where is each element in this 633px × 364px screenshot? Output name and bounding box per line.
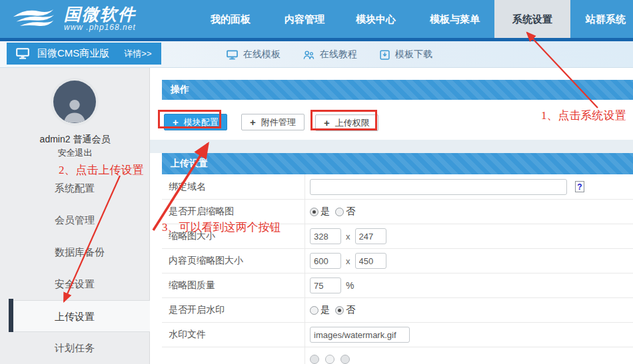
plus-icon — [173, 116, 179, 128]
content-thumb-width-input[interactable] — [310, 253, 341, 269]
size-separator: x — [346, 256, 350, 266]
thumb-quality-input[interactable] — [310, 277, 341, 293]
download-box-icon — [380, 50, 390, 60]
form-row-watermark-enable: 是否开启水印 是 否 — [162, 297, 633, 322]
nav-module-center[interactable]: 模块中心 — [352, 0, 399, 38]
sidebar-item-db-backup[interactable]: 数据库备份 — [0, 236, 150, 268]
logo: 国微软件 www .php168.net — [12, 5, 136, 32]
percent-suffix: % — [346, 280, 354, 291]
attachment-manage-button[interactable]: 附件管理 — [241, 114, 305, 130]
form-row-domain: 绑定域名 — [162, 174, 633, 199]
user-avatar-icon — [60, 95, 89, 123]
radio-no[interactable] — [335, 208, 344, 216]
plus-icon — [324, 117, 330, 128]
radio-no[interactable] — [335, 306, 344, 315]
watermark-file-input[interactable] — [310, 327, 410, 343]
panel-gap-band — [150, 140, 633, 153]
radio-option-3[interactable] — [340, 355, 350, 364]
sidebar: admin2 普通会员 安全退出 系统配置 会员管理 数据库备份 安全设置 上传… — [0, 68, 150, 364]
annotation-step2: 2、点击上传设置 — [59, 162, 144, 178]
thumb-height-input[interactable] — [355, 228, 386, 244]
top-navbar: 国微软件 www .php168.net 我的面板 内容管理 模块中心 模板与菜… — [0, 0, 633, 38]
radio-option-1[interactable] — [310, 355, 319, 364]
annotation-step3: 3、可以看到这两个按钮 — [162, 220, 281, 235]
upload-permission-button[interactable]: 上传权限 — [315, 114, 378, 131]
active-item-marker — [9, 299, 13, 332]
radio-yes[interactable] — [310, 208, 318, 216]
help-icon[interactable] — [575, 181, 584, 192]
sidebar-item-member-manage[interactable]: 会员管理 — [0, 204, 150, 236]
monitor-icon — [227, 50, 238, 60]
logo-wave-icon — [12, 7, 56, 30]
row-label: 是否开启水印 — [162, 298, 305, 322]
upload-panel-header: 上传设置 — [162, 153, 633, 174]
row-label: 绑定域名 — [162, 174, 305, 199]
logo-title: 国微软件 — [64, 5, 136, 23]
plus-icon — [250, 116, 256, 128]
form-row-cutoff — [162, 347, 633, 364]
content-thumb-height-input[interactable] — [355, 253, 386, 269]
secondary-toolbar: 国微CMS商业版 详情>> 在线模板 在线教程 — [0, 41, 633, 68]
module-config-label: 模块配置 — [184, 116, 219, 128]
annotation-step1: 1、点击系统设置 — [541, 108, 626, 123]
logout-link[interactable]: 安全退出 — [0, 147, 150, 159]
nav-site-group[interactable]: 站群系统 — [582, 0, 629, 38]
thumb-width-input[interactable] — [310, 228, 341, 244]
nav-system-settings[interactable]: 系统设置 — [494, 0, 570, 38]
online-tutorial-label: 在线教程 — [320, 49, 357, 61]
ops-panel-header: 操作 — [162, 80, 633, 100]
username-text: admin2 普通会员 — [0, 134, 150, 146]
nav-template-menu[interactable]: 模板与菜单 — [426, 0, 484, 38]
tutorial-people-icon — [303, 50, 315, 60]
sidebar-item-security[interactable]: 安全设置 — [0, 268, 150, 300]
attachment-manage-label: 附件管理 — [261, 116, 296, 128]
detail-link[interactable]: 详情>> — [124, 48, 151, 60]
monitor-icon — [16, 48, 29, 59]
template-download-link[interactable]: 模板下载 — [380, 49, 432, 61]
subbar-links: 在线模板 在线教程 模板下载 — [227, 41, 432, 68]
radio-yes-label: 是 — [320, 304, 330, 316]
product-chip[interactable]: 国微CMS商业版 详情>> — [7, 43, 161, 65]
sidebar-menu: 系统配置 会员管理 数据库备份 安全设置 上传设置 计划任务 — [0, 172, 150, 364]
sidebar-item-cron-tasks[interactable]: 计划任务 — [0, 332, 150, 364]
radio-yes-label: 是 — [320, 206, 330, 218]
user-avatar[interactable] — [53, 81, 96, 123]
upload-settings-form: 绑定域名 是否开启缩略图 是 否 缩略图大小 x 内容页缩略图大 — [162, 174, 633, 364]
form-row-watermark-file: 水印文件 — [162, 322, 633, 347]
row-label: 缩略图质量 — [162, 273, 305, 297]
product-name: 国微CMS商业版 — [37, 47, 109, 60]
radio-yes[interactable] — [310, 306, 318, 315]
online-tutorial-link[interactable]: 在线教程 — [303, 49, 357, 61]
row-label: 水印文件 — [162, 323, 305, 347]
form-row-content-thumb-size: 内容页缩略图大小 x — [162, 248, 633, 273]
logo-subtitle: www .php168.net — [64, 23, 136, 32]
row-label — [162, 347, 305, 364]
module-config-button[interactable]: 模块配置 — [164, 114, 227, 130]
radio-no-label: 否 — [346, 206, 355, 218]
online-template-label: 在线模板 — [243, 49, 281, 61]
row-label: 内容页缩略图大小 — [162, 249, 305, 273]
nav-my-panel[interactable]: 我的面板 — [207, 0, 254, 38]
sidebar-item-upload-settings[interactable]: 上传设置 — [13, 300, 150, 332]
radio-option-2[interactable] — [325, 355, 334, 364]
domain-input[interactable] — [310, 179, 567, 195]
radio-no-label: 否 — [346, 304, 355, 316]
nav-content-manage[interactable]: 内容管理 — [281, 0, 328, 38]
online-template-link[interactable]: 在线模板 — [227, 49, 281, 61]
template-download-label: 模板下载 — [395, 49, 432, 61]
admin-page: 国微软件 www .php168.net 我的面板 内容管理 模块中心 模板与菜… — [0, 0, 633, 364]
form-row-thumb-quality: 缩略图质量 % — [162, 273, 633, 297]
upload-permission-label: 上传权限 — [335, 117, 370, 129]
size-separator: x — [346, 232, 350, 242]
